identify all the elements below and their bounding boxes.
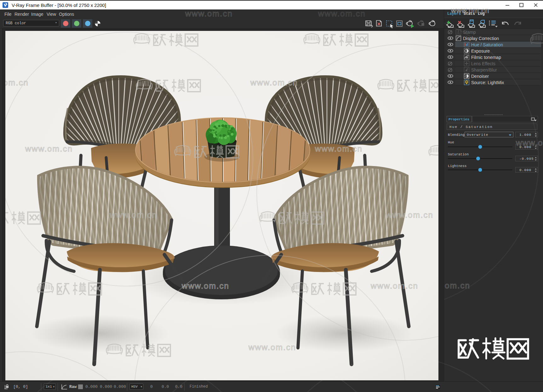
svg-text:www.om.cn: www.om.cn [25,144,73,153]
svg-text:www.om.cn: www.om.cn [248,343,296,352]
svg-text:www.om.cn: www.om.cn [386,210,433,220]
svg-text:www.om.cn: www.om.cn [181,281,229,291]
svg-text:www.om.cn: www.om.cn [5,78,29,87]
svg-text:www.om.cn: www.om.cn [250,78,298,87]
svg-text:www.om.cn: www.om.cn [315,144,363,153]
svg-text:www.om.cn: www.om.cn [444,281,470,290]
svg-text:www.om.cn: www.om.cn [370,281,418,291]
svg-text:www.om.cn: www.om.cn [109,210,157,220]
